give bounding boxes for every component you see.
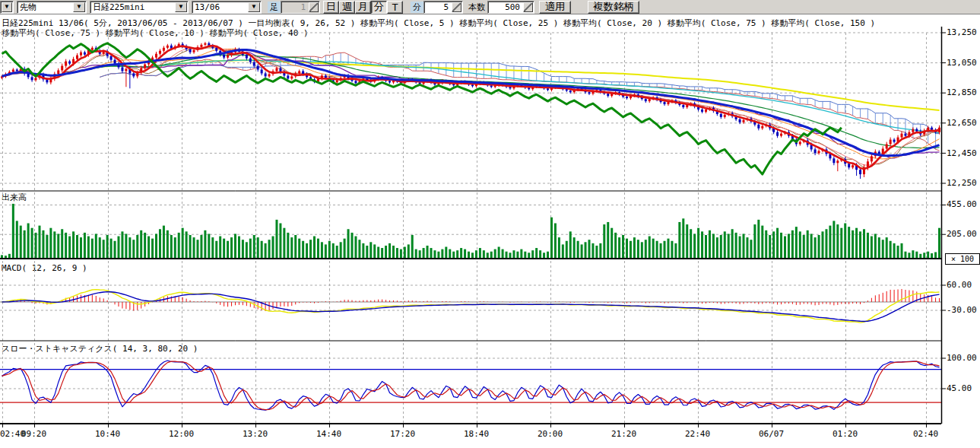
contract-month-select[interactable]: 13/06 ▼ [192,1,262,14]
bars-stepper[interactable]: 500 [487,1,534,14]
chevron-down-icon[interactable]: ▼ [2,2,12,12]
symbol-value: 日経225mini [90,2,174,13]
bars-value: 500 [488,2,522,12]
bars-label: 本数 [466,2,487,13]
ashi-label: 足 [268,2,281,13]
mini-combo[interactable]: ▼ [0,1,14,14]
multi-symbol-button[interactable]: 複数銘柄 [588,1,639,14]
spinner-icon[interactable] [309,2,319,12]
instrument-type-value: 先物 [17,2,72,13]
period-day-button[interactable]: 日 [323,1,339,14]
contract-month-value: 13/06 [192,2,247,12]
spinner-icon[interactable] [523,2,533,12]
minute-value: 5 [424,2,451,12]
chart-canvas[interactable] [0,14,980,448]
period-month-button[interactable]: 月 [355,1,371,14]
chevron-down-icon[interactable]: ▼ [248,2,260,12]
ashi-value: 1 [281,2,308,12]
chevron-down-icon[interactable]: ▼ [73,2,85,12]
minute-stepper[interactable]: 5 [423,1,463,14]
period-week-button[interactable]: 週 [339,1,355,14]
spinner-icon[interactable] [452,2,461,12]
period-tick-button[interactable]: T [387,1,403,14]
chevron-down-icon[interactable]: ▼ [175,2,187,12]
ashi-stepper[interactable]: 1 [281,1,320,14]
symbol-select[interactable]: 日経225mini ▼ [90,1,189,14]
minute-label: 分 [411,2,423,13]
chart-panel: 日経225mini 13/06( 5分, 2013/06/05 - 2013/0… [0,14,980,448]
apply-button[interactable]: 適用 [539,1,571,14]
instrument-type-select[interactable]: 先物 ▼ [17,1,87,14]
toolbar: ▼ 先物 ▼ 日経225mini ▼ 13/06 ▼ 足 1 日 週 月 分 T… [0,0,980,14]
period-minute-button[interactable]: 分 [371,1,387,14]
